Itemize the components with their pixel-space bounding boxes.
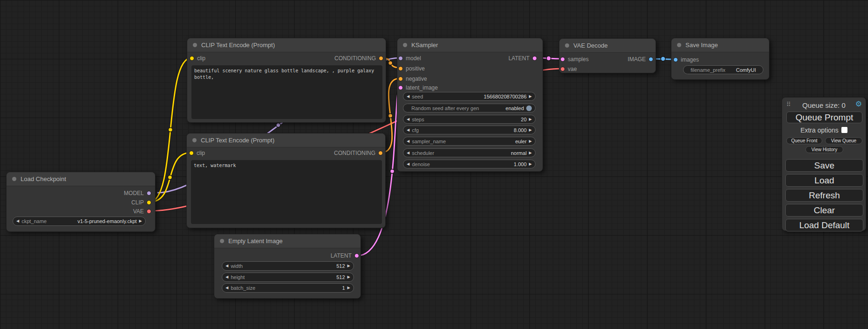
conditioning-slot-icon[interactable] xyxy=(379,56,383,61)
widget-increment-icon[interactable]: ▶ xyxy=(139,219,142,223)
node-empty-latent-image[interactable]: Empty Latent Image LATENT ◀ width 512 ▶ … xyxy=(214,234,361,299)
widget-decrement-icon[interactable]: ◀ xyxy=(407,95,409,98)
node-clip-text-encode-positive[interactable]: CLIP Text Encode (Prompt) clip CONDITION… xyxy=(187,38,386,123)
input-slot-model[interactable]: model xyxy=(397,54,421,63)
widget-decrement-icon[interactable]: ◀ xyxy=(226,286,228,290)
node-vae-decode[interactable]: VAE Decode samples vae IMAGE xyxy=(559,38,656,73)
queue-panel[interactable]: ⠿ Queue size: 0 ⚙ Queue Prompt Extra opt… xyxy=(782,97,866,231)
widget-increment-icon[interactable]: ▶ xyxy=(347,275,350,279)
collapse-dot-icon[interactable] xyxy=(192,138,197,142)
input-slot-samples[interactable]: samples xyxy=(559,55,589,64)
latent-slot-icon[interactable] xyxy=(398,85,403,90)
load-default-button[interactable]: Load Default xyxy=(785,219,863,231)
latent-slot-icon[interactable] xyxy=(532,56,537,61)
widget-increment-icon[interactable]: ▶ xyxy=(529,162,532,166)
extra-options-checkbox[interactable] xyxy=(841,127,847,133)
batch-size-widget[interactable]: ◀ batch_size 1 ▶ xyxy=(222,283,354,293)
output-slot-latent[interactable]: LATENT xyxy=(331,251,360,260)
vae-slot-icon[interactable] xyxy=(147,209,151,214)
collapse-dot-icon[interactable] xyxy=(193,43,197,47)
widget-increment-icon[interactable]: ▶ xyxy=(529,95,532,98)
output-slot-image[interactable]: IMAGE xyxy=(628,55,656,64)
conditioning-slot-icon[interactable] xyxy=(398,77,403,81)
widget-decrement-icon[interactable]: ◀ xyxy=(407,118,409,121)
conditioning-slot-icon[interactable] xyxy=(378,151,383,155)
input-slot-vae[interactable]: vae xyxy=(559,64,577,74)
output-slot-conditioning[interactable]: CONDITIONING xyxy=(334,148,385,158)
denoise-widget[interactable]: ◀ denoise 1.000 ▶ xyxy=(403,160,536,168)
save-button[interactable]: Save xyxy=(785,159,863,172)
refresh-button[interactable]: Refresh xyxy=(785,189,863,202)
clip-slot-icon[interactable] xyxy=(190,56,194,61)
queue-prompt-button[interactable]: Queue Prompt xyxy=(786,112,862,123)
latent-slot-icon[interactable] xyxy=(560,57,565,62)
widget-decrement-icon[interactable]: ◀ xyxy=(407,162,409,166)
widget-decrement-icon[interactable]: ◀ xyxy=(407,128,409,132)
vae-slot-icon[interactable] xyxy=(560,67,565,71)
collapse-dot-icon[interactable] xyxy=(12,177,16,181)
input-slot-clip[interactable]: clip xyxy=(187,148,205,158)
widget-increment-icon[interactable]: ▶ xyxy=(529,128,532,132)
latent-slot-icon[interactable] xyxy=(354,253,359,258)
image-slot-icon[interactable] xyxy=(649,57,653,62)
widget-decrement-icon[interactable]: ◀ xyxy=(226,275,228,279)
negative-prompt-textarea[interactable]: text, watermark xyxy=(191,160,382,224)
input-slot-latent-image[interactable]: latent_image xyxy=(397,83,438,92)
clip-slot-icon[interactable] xyxy=(189,151,194,155)
collapse-dot-icon[interactable] xyxy=(565,43,569,48)
output-slot-vae[interactable]: VAE xyxy=(133,207,155,216)
load-button[interactable]: Load xyxy=(785,174,863,187)
sampler-name-widget[interactable]: ◀ sampler_name euler ▶ xyxy=(403,137,536,146)
output-slot-clip[interactable]: CLIP xyxy=(131,198,155,207)
gear-icon[interactable]: ⚙ xyxy=(855,100,862,108)
node-clip-text-encode-negative[interactable]: CLIP Text Encode (Prompt) clip CONDITION… xyxy=(186,133,386,228)
input-slot-negative[interactable]: negative xyxy=(397,74,427,84)
steps-widget[interactable]: ◀ steps 20 ▶ xyxy=(403,115,536,124)
node-ksampler[interactable]: KSampler model positive negative latent_… xyxy=(397,38,543,172)
conditioning-slot-icon[interactable] xyxy=(398,66,403,71)
filename-prefix-widget[interactable]: filename_prefix ComfyUI xyxy=(683,65,763,74)
collapse-dot-icon[interactable] xyxy=(677,43,681,47)
node-title-bar[interactable]: CLIP Text Encode (Prompt) xyxy=(187,38,386,52)
seed-widget[interactable]: ◀ seed 156680208700286 ▶ xyxy=(403,92,536,101)
node-title-bar[interactable]: VAE Decode xyxy=(559,39,656,53)
toggle-on-icon[interactable] xyxy=(526,105,532,111)
input-slot-images[interactable]: images xyxy=(671,55,699,64)
width-widget[interactable]: ◀ width 512 ▶ xyxy=(222,261,354,271)
scheduler-widget[interactable]: ◀ scheduler normal ▶ xyxy=(403,148,536,157)
widget-increment-icon[interactable]: ▶ xyxy=(529,151,532,155)
image-slot-icon[interactable] xyxy=(673,57,678,62)
widget-increment-icon[interactable]: ▶ xyxy=(529,118,532,121)
output-slot-conditioning[interactable]: CONDITIONING xyxy=(334,54,386,63)
input-slot-positive[interactable]: positive xyxy=(397,64,425,73)
clip-slot-icon[interactable] xyxy=(147,200,151,205)
output-slot-latent[interactable]: LATENT xyxy=(508,54,543,63)
random-seed-toggle-widget[interactable]: Random seed after every gen enabled xyxy=(403,104,536,112)
comfyui-canvas[interactable]: { "app": "ComfyUI node graph", "colors":… xyxy=(0,0,868,329)
node-title-bar[interactable]: KSampler xyxy=(397,38,543,52)
widget-increment-icon[interactable]: ▶ xyxy=(347,264,350,268)
height-widget[interactable]: ◀ height 512 ▶ xyxy=(222,273,354,282)
cfg-widget[interactable]: ◀ cfg 8.000 ▶ xyxy=(403,126,536,134)
positive-prompt-textarea[interactable]: beautiful scenery nature glass bottle la… xyxy=(191,65,382,119)
node-title-bar[interactable]: Load Checkpoint xyxy=(7,172,155,186)
widget-increment-icon[interactable]: ▶ xyxy=(529,140,532,143)
ckpt-name-widget[interactable]: ◀ ckpt_name v1-5-pruned-emaonly.ckpt ▶ xyxy=(13,217,146,226)
node-title-bar[interactable]: CLIP Text Encode (Prompt) xyxy=(187,133,385,147)
model-slot-icon[interactable] xyxy=(147,191,151,196)
node-title-bar[interactable]: Empty Latent Image xyxy=(214,234,360,248)
widget-increment-icon[interactable]: ▶ xyxy=(347,286,350,290)
widget-decrement-icon[interactable]: ◀ xyxy=(407,140,409,143)
node-title-bar[interactable]: Save Image xyxy=(671,38,769,52)
widget-decrement-icon[interactable]: ◀ xyxy=(407,151,409,155)
output-slot-model[interactable]: MODEL xyxy=(124,189,155,198)
input-slot-clip[interactable]: clip xyxy=(187,54,205,63)
model-slot-icon[interactable] xyxy=(398,56,403,61)
collapse-dot-icon[interactable] xyxy=(403,43,407,47)
node-save-image[interactable]: Save Image images filename_prefix ComfyU… xyxy=(671,38,769,80)
node-load-checkpoint[interactable]: Load Checkpoint MODEL CLIP VAE ◀ ckpt_na… xyxy=(6,172,155,232)
view-queue-button[interactable]: View Queue xyxy=(825,137,862,144)
collapse-dot-icon[interactable] xyxy=(220,239,224,243)
widget-decrement-icon[interactable]: ◀ xyxy=(226,264,228,268)
widget-decrement-icon[interactable]: ◀ xyxy=(16,219,19,223)
